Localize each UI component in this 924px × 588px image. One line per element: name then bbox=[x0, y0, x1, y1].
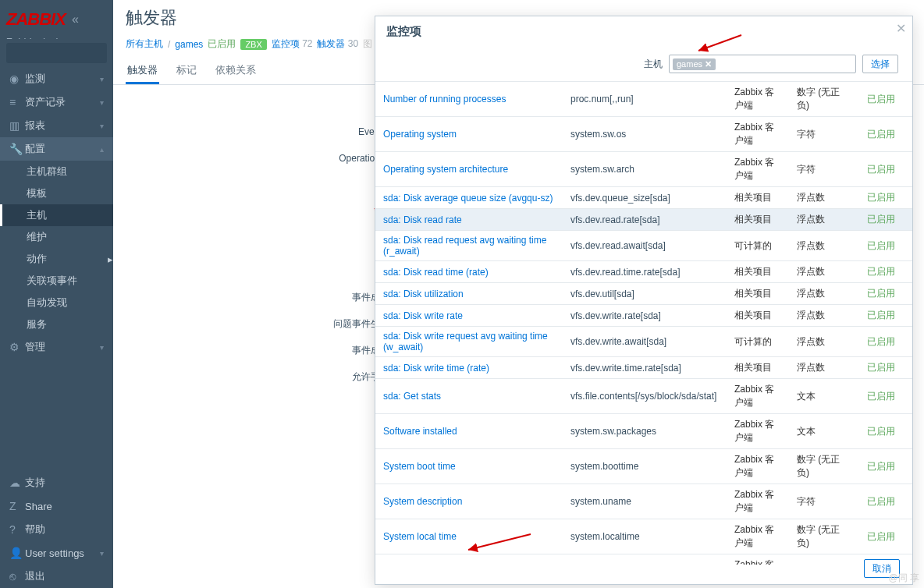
item-name-link[interactable]: sda: Disk write rate bbox=[383, 310, 463, 321]
item-type: 字符 bbox=[789, 554, 859, 565]
subnav-3[interactable]: 维护 bbox=[0, 226, 113, 248]
item-name-link[interactable]: Software installed bbox=[383, 426, 457, 437]
item-row[interactable]: sda: Disk read time (rate)vfs.dev.read.t… bbox=[375, 261, 912, 283]
bottomnav-0[interactable]: ☁支持 bbox=[0, 471, 113, 494]
chevron-icon: ▴ bbox=[100, 145, 104, 154]
item-row[interactable]: System descriptionsystem.unameZabbix 客户端… bbox=[375, 484, 912, 519]
crumb-items[interactable]: 监控项 bbox=[272, 38, 300, 49]
item-row[interactable]: Number of running processesproc.num[,,ru… bbox=[375, 82, 912, 117]
item-type: 数字 (无正负) bbox=[789, 519, 859, 554]
item-row[interactable]: System local timesystem.localtimeZabbix … bbox=[375, 519, 912, 554]
nav-label: User settings bbox=[25, 547, 84, 559]
item-row[interactable]: Operating system architecturesystem.sw.a… bbox=[375, 152, 912, 187]
nav-1[interactable]: ≡资产记录▾ bbox=[0, 90, 113, 114]
item-row[interactable]: System boot timesystem.boottimeZabbix 客户… bbox=[375, 449, 912, 484]
item-status: 已启用 bbox=[859, 152, 912, 187]
item-name-link[interactable]: System boot time bbox=[383, 461, 456, 472]
bottomnav-1[interactable]: ZShare bbox=[0, 494, 113, 518]
subnav-label: 关联项事件 bbox=[27, 274, 77, 288]
item-type: 浮点数 bbox=[789, 283, 859, 305]
close-icon[interactable]: ✕ bbox=[896, 21, 906, 36]
item-key: vfs.dev.read.rate[sda] bbox=[563, 209, 727, 231]
collapse-icon[interactable]: « bbox=[72, 12, 79, 27]
item-name-link[interactable]: System local time bbox=[383, 531, 457, 542]
subnav-label: 维护 bbox=[27, 230, 47, 244]
item-name-link[interactable]: Operating system bbox=[383, 129, 457, 140]
subnav-6[interactable]: 自动发现 bbox=[0, 292, 113, 313]
chevron-icon: ▾ bbox=[100, 98, 104, 107]
label-okclose: 事件成功关闭 bbox=[113, 341, 416, 360]
select-button[interactable]: 选择 bbox=[862, 55, 898, 73]
nav-icon: ≡ bbox=[9, 96, 25, 108]
item-row[interactable]: Software installedsystem.sw.packagesZabb… bbox=[375, 414, 912, 449]
item-type: 浮点数 bbox=[789, 327, 859, 357]
item-name-link[interactable]: Operating system architecture bbox=[383, 164, 508, 175]
item-name-link[interactable]: sda: Disk read request avg waiting time … bbox=[383, 235, 546, 257]
subnav-label: 主机群组 bbox=[27, 165, 67, 179]
item-name-link[interactable]: sda: Disk read time (rate) bbox=[383, 267, 489, 278]
subnav-2[interactable]: 主机 bbox=[0, 204, 113, 226]
item-row[interactable]: sda: Get statsvfs.file.contents[/sys/blo… bbox=[375, 379, 912, 414]
item-row[interactable]: sda: Disk read request avg waiting time … bbox=[375, 231, 912, 261]
chip-remove-icon[interactable]: ✕ bbox=[705, 59, 712, 69]
item-row[interactable]: sda: Disk read ratevfs.dev.read.rate[sda… bbox=[375, 209, 912, 231]
item-row[interactable]: sda: Disk utilizationvfs.dev.util[sda]相关… bbox=[375, 283, 912, 305]
subnav-0[interactable]: 主机群组 bbox=[0, 161, 113, 182]
item-status: 已启用 bbox=[859, 484, 912, 519]
subnav-label: 自动发现 bbox=[27, 296, 67, 310]
bottomnav-3[interactable]: 👤User settings▾ bbox=[0, 541, 113, 565]
nav-label: Share bbox=[25, 501, 52, 512]
item-type: 浮点数 bbox=[789, 231, 859, 261]
item-row[interactable]: sda: Disk average queue size (avgqu-sz)v… bbox=[375, 187, 912, 209]
item-source: Zabbix 客户端 bbox=[727, 152, 789, 187]
item-row[interactable]: System namesystem.hostnameZabbix 客户端字符已启… bbox=[375, 554, 912, 565]
tab-1[interactable]: 标记 bbox=[175, 58, 198, 84]
subnav-label: 动作 bbox=[27, 252, 47, 266]
item-row[interactable]: Operating systemsystem.sw.osZabbix 客户端字符… bbox=[375, 117, 912, 152]
nav-4[interactable]: ⚙管理▾ bbox=[0, 335, 113, 359]
bottomnav-2[interactable]: ?帮助 bbox=[0, 518, 113, 541]
item-type: 数字 (无正负) bbox=[789, 449, 859, 484]
item-row[interactable]: sda: Disk write request avg waiting time… bbox=[375, 327, 912, 357]
item-type: 浮点数 bbox=[789, 187, 859, 209]
chevron-icon: ▾ bbox=[100, 343, 104, 352]
host-chip[interactable]: games✕ bbox=[673, 58, 716, 70]
item-source: 相关项目 bbox=[727, 357, 789, 379]
crumb-host[interactable]: games bbox=[175, 39, 203, 50]
crumb-all[interactable]: 所有主机 bbox=[126, 37, 163, 51]
item-row[interactable]: sda: Disk write time (rate)vfs.dev.write… bbox=[375, 357, 912, 379]
item-name-link[interactable]: sda: Get stats bbox=[383, 391, 441, 402]
item-source: Zabbix 客户端 bbox=[727, 449, 789, 484]
crumb-triggers[interactable]: 触发器 bbox=[317, 38, 345, 49]
item-status: 已启用 bbox=[859, 82, 912, 117]
subnav-4[interactable]: 动作▸ bbox=[0, 248, 113, 270]
host-filter-input[interactable]: games✕ bbox=[669, 55, 856, 73]
chevron-icon: ▾ bbox=[100, 75, 104, 83]
item-name-link[interactable]: sda: Disk utilization bbox=[383, 289, 464, 299]
item-row[interactable]: sda: Disk write ratevfs.dev.write.rate[s… bbox=[375, 305, 912, 327]
tab-2[interactable]: 依赖关系 bbox=[214, 58, 258, 84]
item-status: 已启用 bbox=[859, 209, 912, 231]
tab-0[interactable]: 触发器 bbox=[126, 58, 159, 84]
subnav-label: 服务 bbox=[27, 317, 47, 331]
item-name-link[interactable]: sda: Disk read rate bbox=[383, 214, 462, 225]
subnav-5[interactable]: 关联项事件 bbox=[0, 270, 113, 292]
item-status: 已启用 bbox=[859, 327, 912, 357]
subnav-1[interactable]: 模板 bbox=[0, 182, 113, 204]
item-name-link[interactable]: sda: Disk write time (rate) bbox=[383, 363, 489, 374]
nav-3[interactable]: 🔧配置▴ bbox=[0, 137, 113, 161]
chevron-icon: ▾ bbox=[100, 122, 104, 130]
item-name-link[interactable]: Number of running processes bbox=[383, 94, 506, 104]
item-select-modal: ✕ 监控项 主机 games✕ 选择 Number of running pro… bbox=[375, 16, 913, 585]
search-input[interactable] bbox=[6, 43, 107, 63]
item-type: 浮点数 bbox=[789, 209, 859, 231]
item-name-link[interactable]: System description bbox=[383, 496, 462, 507]
nav-2[interactable]: ▥报表▾ bbox=[0, 114, 113, 137]
item-key: system.hostname bbox=[563, 554, 727, 565]
item-status: 已启用 bbox=[859, 231, 912, 261]
nav-0[interactable]: ◉监测▾ bbox=[0, 67, 113, 90]
subnav-7[interactable]: 服务 bbox=[0, 313, 113, 335]
bottomnav-4[interactable]: ⎋退出 bbox=[0, 565, 113, 588]
item-name-link[interactable]: sda: Disk write request avg waiting time… bbox=[383, 331, 548, 352]
item-name-link[interactable]: sda: Disk average queue size (avgqu-sz) bbox=[383, 193, 553, 204]
